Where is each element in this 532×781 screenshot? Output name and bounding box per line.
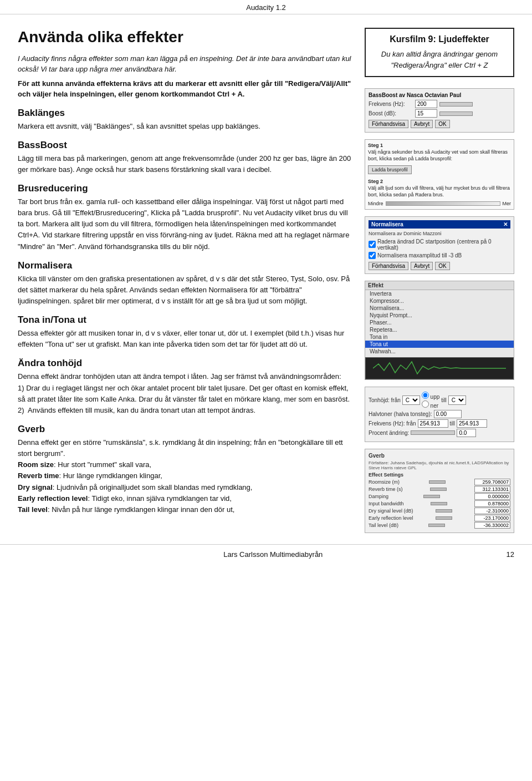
tonhojd-radio-group: upp ner bbox=[422, 392, 439, 409]
normalisera-close-button[interactable]: ✕ bbox=[503, 221, 508, 227]
section-body-tona: Dessa effekter gör att musiken tonar in,… bbox=[18, 328, 355, 350]
tonhojd-till-label: till bbox=[441, 397, 446, 403]
bassboost-boost-input[interactable] bbox=[415, 109, 437, 118]
gverb-drysignal-label: Dry signal level (dB) bbox=[369, 508, 413, 514]
tonhojd-title: Tonhöjd: från bbox=[369, 397, 401, 403]
gverb-damping-label: Damping bbox=[369, 494, 388, 499]
effect-item-phaser[interactable]: Phaser... bbox=[365, 319, 514, 326]
page-footer: Lars Carlsson Multimediabyrån 12 bbox=[0, 544, 532, 562]
gverb-earlyref-label: Early reflection level bbox=[369, 515, 413, 521]
gverb-effect-settings-label: Effect Settings bbox=[369, 472, 510, 478]
gverb-inputbw-slider[interactable] bbox=[431, 502, 447, 505]
effect-list-box: Effekt Invertera Kompressor... Normalise… bbox=[365, 281, 514, 380]
bassboost-boost-label: Boost (dB): bbox=[369, 110, 413, 116]
normalisera-subtitle: Normalisera av Dominic Mazzoni bbox=[369, 231, 510, 236]
brusreducering-screenshot: Steg 1 Välj några sekunder brus så Audac… bbox=[365, 139, 514, 210]
bassboost-ok-button[interactable]: OK bbox=[435, 120, 449, 128]
tonhojd-procent-label: Procent ändring: bbox=[369, 430, 409, 436]
tonhojd-procent-input[interactable] bbox=[457, 429, 476, 437]
effect-item-tona-in[interactable]: Tona in bbox=[365, 333, 514, 341]
effect-item-normalisera[interactable]: Normalisera... bbox=[365, 305, 514, 312]
brus-ladda-button[interactable]: Ladda brusprofil bbox=[368, 165, 412, 174]
page-header: Audacity 1.2 bbox=[0, 0, 532, 14]
bassboost-preview-button[interactable]: Förhandsvisa bbox=[369, 120, 408, 128]
brus-step1-title: Steg 1 bbox=[368, 143, 511, 148]
gverb-earlyref-slider[interactable] bbox=[436, 516, 452, 520]
tonhojd-down-radio[interactable] bbox=[422, 400, 429, 408]
section-body-tonhojd: Denna effekt ändrar tonhöjden utan att ä… bbox=[18, 371, 355, 416]
gverb-damping-slider[interactable] bbox=[423, 495, 440, 498]
brus-noise-slider[interactable] bbox=[386, 201, 500, 206]
tonhojd-down-text: ner bbox=[431, 403, 438, 409]
footer-label: Lars Carlsson Multimediabyrån bbox=[223, 550, 323, 559]
bassboost-freq-label: Frekvens (Hz): bbox=[369, 101, 413, 107]
bassboost-scr-title: BassBoost av Nasca Octavian Paul bbox=[369, 92, 510, 98]
normalisera-preview-button[interactable]: Förhandsvisa bbox=[369, 262, 408, 270]
gverb-taillevel-slider[interactable] bbox=[428, 524, 445, 527]
effect-item-invertera[interactable]: Invertera bbox=[365, 290, 514, 297]
bassboost-cancel-button[interactable]: Avbryt bbox=[411, 120, 433, 128]
bassboost-freq-input[interactable] bbox=[415, 100, 437, 108]
intro-block: I Audacity finns några effekter som man … bbox=[18, 53, 355, 100]
content-wrapper: Använda olika effekter I Audacity finns … bbox=[0, 14, 532, 535]
gverb-drysignal-slider[interactable] bbox=[436, 509, 452, 513]
gverb-inputbw-label: Input bandwidth bbox=[369, 501, 404, 506]
waveform-svg bbox=[373, 358, 506, 378]
gverb-reverbtime-input[interactable] bbox=[474, 486, 510, 493]
section-heading-brusreducering: Brusreducering bbox=[18, 183, 355, 194]
gverb-reverbtime-slider[interactable] bbox=[430, 488, 447, 491]
tonhojd-halvtoner-input[interactable] bbox=[434, 410, 462, 418]
brus-slider-area: Mindre Mer bbox=[368, 201, 511, 206]
brus-label-mindre: Mindre bbox=[368, 201, 383, 206]
normalisera-ok-button[interactable]: OK bbox=[435, 262, 449, 270]
normalisera-check1-row: Radera ändrad DC startposition (centrera… bbox=[369, 239, 510, 251]
tonhojd-freq-from-input[interactable] bbox=[418, 419, 448, 428]
effect-item-kompressor[interactable]: Kompressor... bbox=[365, 297, 514, 305]
header-title: Audacity 1.2 bbox=[246, 3, 286, 12]
gverb-earlyref-input[interactable] bbox=[474, 515, 510, 521]
effect-item-tona-ut[interactable]: Tona ut bbox=[365, 341, 514, 348]
normalisera-btn-row: Förhandsvisa Avbryt OK bbox=[369, 262, 510, 270]
kursfilm-box: Kursfilm 9: Ljudeffekter Du kan alltid å… bbox=[365, 28, 514, 77]
bassboost-freq-row: Frekvens (Hz): bbox=[369, 100, 510, 108]
effect-item-nyquist[interactable]: Nyquist Prompt... bbox=[365, 312, 514, 319]
bassboost-boost-row: Boost (dB): bbox=[369, 109, 510, 118]
tonhojd-to-select[interactable]: C bbox=[448, 395, 466, 405]
gverb-taillevel-input[interactable] bbox=[474, 522, 510, 529]
intro-p1: I Audacity finns några effekter som man … bbox=[18, 53, 355, 75]
section-heading-tonhojd: Ändra tonhöjd bbox=[18, 358, 355, 369]
section-heading-gverb: Gverb bbox=[18, 424, 355, 435]
brus-label-mer: Mer bbox=[503, 201, 511, 206]
effect-item-repetera[interactable]: Repetera... bbox=[365, 326, 514, 333]
tonhojd-halvtoner-row: Halvtoner (halva tonsteg): bbox=[369, 410, 510, 418]
gverb-row-drysignal: Dry signal level (dB) bbox=[369, 508, 510, 514]
tonhojd-from-select[interactable]: C bbox=[402, 395, 420, 405]
gverb-roomsize-label: Roomsize (m) bbox=[369, 479, 400, 485]
gverb-drysignal-input[interactable] bbox=[474, 508, 510, 514]
gverb-roomsize-input[interactable] bbox=[474, 479, 510, 485]
gverb-subtitle: Författare: Juhana Sadeharju, djouhla at… bbox=[369, 460, 510, 470]
intro-p2: För att kunna använda effekterna krävs a… bbox=[18, 78, 355, 100]
side-column: Kursfilm 9: Ljudeffekter Du kan alltid å… bbox=[365, 28, 514, 535]
bassboost-screenshot: BassBoost av Nasca Octavian Paul Frekven… bbox=[365, 88, 514, 133]
tonhojd-procent-slider[interactable] bbox=[411, 430, 455, 435]
bassboost-freq-slider[interactable] bbox=[439, 102, 473, 106]
normalisera-check2[interactable] bbox=[369, 252, 376, 259]
bassboost-boost-slider[interactable] bbox=[439, 111, 473, 116]
gverb-roomsize-slider[interactable] bbox=[429, 480, 446, 484]
normalisera-cancel-button[interactable]: Avbryt bbox=[411, 262, 433, 270]
tonhojd-freq-to-input[interactable] bbox=[457, 419, 487, 428]
tonhojd-down-label[interactable]: ner bbox=[422, 400, 439, 409]
tonhojd-up-label[interactable]: upp bbox=[422, 392, 439, 400]
waveform-visualization bbox=[365, 357, 514, 379]
gverb-inputbw-input[interactable] bbox=[474, 500, 510, 507]
section-heading-normalisera: Normalisera bbox=[18, 260, 355, 271]
normalisera-check1[interactable] bbox=[369, 241, 376, 248]
gverb-row-roomsize: Roomsize (m) bbox=[369, 479, 510, 485]
effect-item-wahwah[interactable]: Wahwah... bbox=[365, 348, 514, 355]
tonhojd-from-row: Tonhöjd: från C upp ner till C bbox=[369, 392, 510, 409]
gverb-damping-input[interactable] bbox=[474, 493, 510, 500]
tonhojd-screenshot: Tonhöjd: från C upp ner till C bbox=[365, 387, 514, 442]
tonhojd-halvtoner-label: Halvtoner (halva tonsteg): bbox=[369, 411, 432, 417]
tonhojd-up-radio[interactable] bbox=[422, 392, 429, 399]
